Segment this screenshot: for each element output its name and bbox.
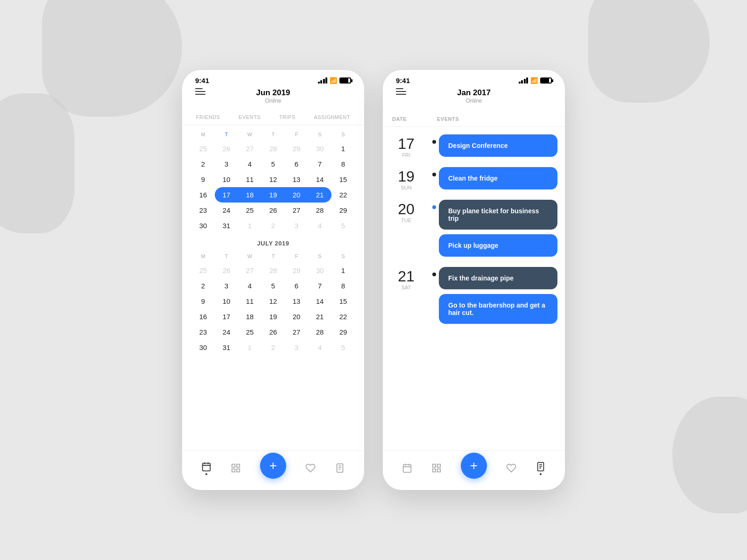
cal-day[interactable]: 4 xyxy=(308,218,331,233)
nav-heart-icon[interactable] xyxy=(305,463,316,473)
cal-day[interactable]: 25 xyxy=(191,141,215,156)
cal-day[interactable]: 1 xyxy=(331,263,355,278)
cal-day[interactable]: 29 xyxy=(285,263,308,278)
nav-grid-icon[interactable] xyxy=(231,463,241,473)
cal-day[interactable]: 5 xyxy=(261,156,285,172)
cal-day-in-range[interactable]: 19 xyxy=(261,187,285,203)
cal-day[interactable]: 4 xyxy=(308,340,331,355)
tab-friends[interactable]: FRIENDS xyxy=(193,110,223,125)
cal-day[interactable]: 15 xyxy=(331,172,355,187)
cal-day[interactable]: 29 xyxy=(285,141,308,156)
cal-day[interactable]: 28 xyxy=(261,141,285,156)
cal-day[interactable]: 24 xyxy=(215,324,238,340)
nav-clipboard-icon-right[interactable] xyxy=(536,462,546,475)
cal-day[interactable]: 26 xyxy=(261,203,285,218)
cal-day[interactable]: 26 xyxy=(261,324,285,340)
cal-day[interactable]: 16 xyxy=(191,309,215,324)
cal-day[interactable]: 27 xyxy=(285,203,308,218)
cal-day[interactable]: 1 xyxy=(238,340,261,355)
cal-day[interactable]: 28 xyxy=(261,263,285,278)
nav-calendar-icon[interactable] xyxy=(201,462,211,475)
cal-day[interactable]: 25 xyxy=(191,263,215,278)
event-card-barbershop[interactable]: Go to the barbershop and get a hair cut. xyxy=(439,294,557,324)
cal-day[interactable]: 3 xyxy=(285,218,308,233)
event-card-drainage[interactable]: Fix the drainage pipe xyxy=(439,267,557,289)
cal-day[interactable]: 17 xyxy=(215,309,238,324)
cal-day[interactable]: 2 xyxy=(191,278,215,294)
cal-day[interactable]: 30 xyxy=(191,218,215,233)
cal-day[interactable]: 5 xyxy=(261,278,285,294)
cal-day[interactable]: 22 xyxy=(331,187,355,203)
nav-fab-button-right[interactable]: + xyxy=(461,453,487,479)
nav-heart-icon-right[interactable] xyxy=(506,463,516,473)
nav-fab-button-left[interactable]: + xyxy=(260,453,286,479)
cal-day[interactable]: 2 xyxy=(261,340,285,355)
cal-day[interactable]: 4 xyxy=(238,156,261,172)
tab-events[interactable]: EVENTS xyxy=(236,110,263,125)
cal-day[interactable]: 6 xyxy=(285,278,308,294)
cal-day[interactable]: 6 xyxy=(285,156,308,172)
cal-day[interactable]: 13 xyxy=(285,172,308,187)
cal-day[interactable]: 24 xyxy=(215,203,238,218)
cal-day-in-range[interactable]: 18 xyxy=(238,187,261,203)
cal-day[interactable]: 29 xyxy=(331,324,355,340)
cal-day-selected-end[interactable]: 21 xyxy=(308,187,331,203)
cal-day[interactable]: 30 xyxy=(308,263,331,278)
menu-icon-right[interactable] xyxy=(396,88,406,95)
cal-day[interactable]: 27 xyxy=(285,324,308,340)
cal-day[interactable]: 1 xyxy=(331,141,355,156)
cal-day[interactable]: 3 xyxy=(215,278,238,294)
event-card-luggage[interactable]: Pick up luggage xyxy=(439,234,557,257)
event-card-plane-ticket[interactable]: Buy plane ticket for business trip xyxy=(439,200,557,230)
cal-day[interactable]: 2 xyxy=(261,218,285,233)
cal-day[interactable]: 31 xyxy=(215,218,238,233)
cal-day[interactable]: 11 xyxy=(238,294,261,309)
cal-day[interactable]: 7 xyxy=(308,278,331,294)
nav-clipboard-icon[interactable] xyxy=(335,463,345,473)
cal-day[interactable]: 28 xyxy=(308,203,331,218)
tab-trips[interactable]: TRIPS xyxy=(276,110,298,125)
cal-day[interactable]: 31 xyxy=(215,340,238,355)
cal-day[interactable]: 26 xyxy=(215,141,238,156)
cal-day[interactable]: 26 xyxy=(215,263,238,278)
cal-day[interactable]: 3 xyxy=(215,156,238,172)
cal-day[interactable]: 30 xyxy=(308,141,331,156)
cal-day[interactable]: 25 xyxy=(238,324,261,340)
cal-day[interactable]: 5 xyxy=(331,218,355,233)
cal-day[interactable]: 8 xyxy=(331,278,355,294)
event-card-design-conference[interactable]: Design Conference xyxy=(439,134,557,157)
cal-day[interactable]: 13 xyxy=(285,294,308,309)
cal-day[interactable]: 27 xyxy=(238,263,261,278)
cal-day[interactable]: 11 xyxy=(238,172,261,187)
cal-day[interactable]: 22 xyxy=(331,309,355,324)
cal-day[interactable]: 27 xyxy=(238,141,261,156)
cal-day[interactable]: 10 xyxy=(215,172,238,187)
nav-calendar-icon-right[interactable] xyxy=(402,463,412,473)
menu-icon-left[interactable] xyxy=(195,88,205,95)
cal-day[interactable]: 29 xyxy=(331,203,355,218)
cal-day[interactable]: 20 xyxy=(285,309,308,324)
cal-day[interactable]: 21 xyxy=(308,309,331,324)
cal-day[interactable]: 14 xyxy=(308,294,331,309)
cal-day[interactable]: 9 xyxy=(191,294,215,309)
cal-day[interactable]: 5 xyxy=(331,340,355,355)
cal-day[interactable]: 23 xyxy=(191,203,215,218)
cal-day[interactable]: 19 xyxy=(261,309,285,324)
cal-day[interactable]: 3 xyxy=(285,340,308,355)
cal-day[interactable]: 10 xyxy=(215,294,238,309)
cal-day[interactable]: 4 xyxy=(238,278,261,294)
cal-day[interactable]: 14 xyxy=(308,172,331,187)
cal-day[interactable]: 23 xyxy=(191,324,215,340)
cal-day[interactable]: 2 xyxy=(191,156,215,172)
cal-day[interactable]: 25 xyxy=(238,203,261,218)
cal-day-in-range[interactable]: 20 xyxy=(285,187,308,203)
cal-day[interactable]: 9 xyxy=(191,172,215,187)
cal-day[interactable]: 28 xyxy=(308,324,331,340)
cal-day[interactable]: 12 xyxy=(261,172,285,187)
cal-day[interactable]: 1 xyxy=(238,218,261,233)
cal-day[interactable]: 7 xyxy=(308,156,331,172)
cal-day[interactable]: 16 xyxy=(191,187,215,203)
cal-day-selected-start[interactable]: 17 xyxy=(215,187,238,203)
event-card-clean-fridge[interactable]: Clean the fridge xyxy=(439,167,557,189)
cal-day[interactable]: 15 xyxy=(331,294,355,309)
